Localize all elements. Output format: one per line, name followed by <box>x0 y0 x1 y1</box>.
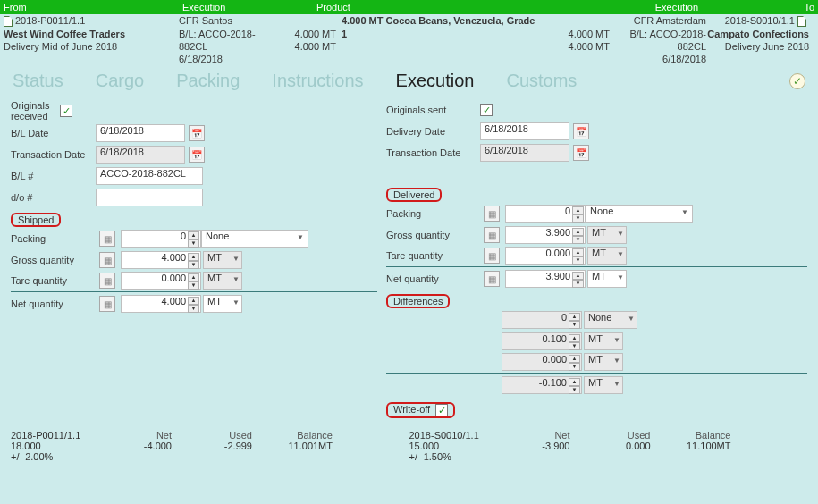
footer-ref-l: 2018-P0011/1.1 <box>11 430 91 441</box>
footer-used-v-r: 0.000 <box>570 441 651 451</box>
spinner-icon[interactable]: ▲▼ <box>572 272 584 286</box>
bl-from: B/L: ACCO-2018- <box>179 29 286 39</box>
tare-unit-select[interactable]: MT▼ <box>203 272 242 290</box>
packing-qty-input[interactable]: 0▲▼ <box>121 230 201 248</box>
spinner-icon[interactable]: ▲▼ <box>188 253 199 267</box>
spinner-icon: ▲▼ <box>569 355 580 369</box>
spinner-icon[interactable]: ▲▼ <box>188 231 199 246</box>
tx-date-input-r: 6/18/2018 <box>480 144 569 162</box>
spinner-icon: ▲▼ <box>569 313 580 327</box>
shipped-section-header: Shipped <box>11 213 61 227</box>
qty-to: 4.000 MT <box>547 29 610 39</box>
net-label-r: Net quantity <box>386 273 480 284</box>
footer-bal-h-r: Balance <box>651 430 731 441</box>
footer-net-h-l: Net <box>91 430 172 441</box>
calendar-icon[interactable]: 📅 <box>189 125 205 141</box>
spinner-icon[interactable]: ▲▼ <box>572 248 584 263</box>
tab-status[interactable]: Status <box>13 71 63 91</box>
subhead-row-1: 2018-P0011/1.1 CFR Santos 4.000 MT Cocoa… <box>0 14 818 28</box>
grid-icon[interactable]: ▦ <box>99 252 115 268</box>
terms-from: CFR Santos <box>179 15 286 27</box>
footer-bal-v-r: 11.100MT <box>651 441 731 451</box>
footer-ref-r: 2018-S0010/1.1 <box>409 430 490 441</box>
bl-date-input[interactable]: 6/18/2018 <box>96 124 185 142</box>
originals-sent-checkbox[interactable]: ✓ <box>480 104 493 116</box>
deliv-date-input[interactable]: 6/18/2018 <box>480 122 569 140</box>
tab-instructions[interactable]: Instructions <box>272 71 363 91</box>
grid-icon[interactable]: ▦ <box>484 227 500 243</box>
spinner-icon: ▲▼ <box>569 378 580 392</box>
grid-icon[interactable]: ▦ <box>99 231 115 247</box>
net-unit-select[interactable]: MT▼ <box>203 295 242 313</box>
gross-label-r: Gross quantity <box>386 230 480 240</box>
footer-used-h-r: Used <box>570 430 651 441</box>
tx-date-input: 6/18/2018 <box>96 146 185 164</box>
tare-qty-input-r[interactable]: 0.000▲▼ <box>505 247 586 265</box>
tx-date-label: Transaction Date <box>11 149 96 160</box>
bl-to: B/L: ACCO-2018- <box>610 29 706 39</box>
qty-from: 4.000 MT <box>286 29 342 39</box>
footer-used-v-l: -2.999 <box>172 441 252 451</box>
footer-qty-l: 18.000 <box>11 441 91 451</box>
footer-qty-r: 15.000 <box>409 441 490 451</box>
tab-execution[interactable]: Execution <box>396 71 475 91</box>
packing-label: Packing <box>11 233 96 244</box>
writeoff-checkbox[interactable]: ✓ <box>435 404 448 416</box>
footer-tol-l: +/- 2.00% <box>11 451 91 462</box>
gross-unit-select[interactable]: MT▼ <box>203 251 242 269</box>
spinner-icon[interactable]: ▲▼ <box>188 273 199 288</box>
footer-summary: 2018-P0011/1.1 Net Used Balance 18.000 -… <box>0 424 818 471</box>
packing-unit-select-r[interactable]: None▼ <box>586 205 693 223</box>
gross-qty-input-r[interactable]: 3.900▲▼ <box>505 226 586 244</box>
diff-pack-unit: None▼ <box>584 311 637 329</box>
spinner-icon[interactable]: ▲▼ <box>572 228 584 242</box>
ref-from: 2018-P0011/1.1 <box>15 15 85 26</box>
net-qty-input[interactable]: 4.000▲▼ <box>121 295 201 313</box>
packing-unit-select[interactable]: None▼ <box>201 230 308 248</box>
tare-label-r: Tare quantity <box>386 250 480 261</box>
date-to: 6/18/2018 <box>610 54 706 64</box>
footer-bal-v-l: 11.001MT <box>252 441 333 451</box>
header-to: To <box>702 0 818 14</box>
gross-qty-input[interactable]: 4.000▲▼ <box>121 251 201 269</box>
grid-icon[interactable]: ▦ <box>484 206 500 222</box>
do-label: d/o # <box>11 192 96 203</box>
qty-to2: 4.000 MT <box>547 41 610 52</box>
diff-net-input: -0.100▲▼ <box>502 376 582 394</box>
tare-qty-input[interactable]: 0.000▲▼ <box>121 272 201 290</box>
grid-icon[interactable]: ▦ <box>99 273 115 289</box>
bl-num-input[interactable]: ACCO-2018-882CL <box>96 167 203 185</box>
gross-unit-select-r[interactable]: MT▼ <box>587 226 627 244</box>
writeoff-section-header: Write-off ✓ <box>386 402 455 418</box>
spinner-icon[interactable]: ▲▼ <box>572 206 584 221</box>
deliv-date-label: Delivery Date <box>386 126 480 137</box>
originals-received-checkbox[interactable]: ✓ <box>60 105 72 117</box>
net-unit-select-r[interactable]: MT▼ <box>587 270 627 288</box>
calendar-icon[interactable]: 📅 <box>189 147 205 163</box>
subhead-row-3: Delivery Mid of June 2018 882CL 4.000 MT… <box>0 40 818 53</box>
tare-unit-select-r[interactable]: MT▼ <box>587 247 627 265</box>
net-qty-input-r[interactable]: 3.900▲▼ <box>505 270 586 288</box>
diff-tare-input: 0.000▲▼ <box>502 353 582 371</box>
header-exec-left: Execution <box>179 0 313 14</box>
spinner-icon[interactable]: ▲▼ <box>188 297 199 311</box>
confirm-check-button[interactable]: ✓ <box>789 73 805 89</box>
calendar-icon[interactable]: 📅 <box>573 145 589 161</box>
gross-label: Gross quantity <box>11 255 96 265</box>
diff-tare-unit: MT▼ <box>584 353 623 371</box>
originals-sent-label: Originals sent <box>386 105 480 115</box>
grid-icon[interactable]: ▦ <box>484 271 500 287</box>
packing-qty-input-r[interactable]: 0▲▼ <box>505 205 586 223</box>
grid-icon[interactable]: ▦ <box>99 296 115 312</box>
tab-customs[interactable]: Customs <box>506 71 577 91</box>
tab-packing[interactable]: Packing <box>176 71 240 91</box>
packing-label-r: Packing <box>386 208 480 219</box>
tab-cargo[interactable]: Cargo <box>96 71 144 91</box>
qty-from2: 4.000 MT <box>286 41 342 52</box>
grid-icon[interactable]: ▦ <box>484 248 500 264</box>
tabs-row: Status Cargo Packing Instructions Execut… <box>0 65 818 98</box>
calendar-icon[interactable]: 📅 <box>573 123 589 139</box>
doc-icon <box>4 16 13 27</box>
do-input[interactable] <box>96 189 203 206</box>
footer-bal-h-l: Balance <box>252 430 333 441</box>
